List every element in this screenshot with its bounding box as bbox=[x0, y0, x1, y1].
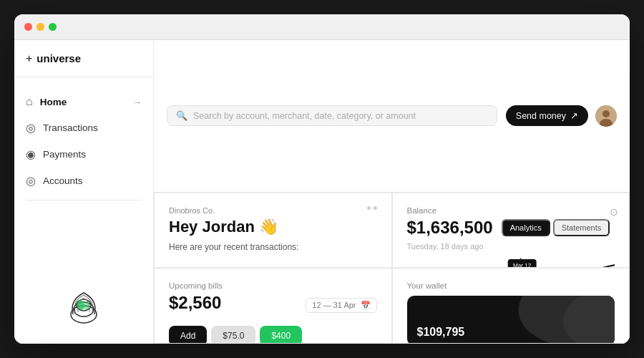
content-area: 🔍 Search by account, merchant, date, cat… bbox=[154, 40, 630, 344]
wallet-amount: $109,795 bbox=[417, 326, 605, 339]
avatar-image bbox=[595, 105, 617, 127]
sidebar-nav: ⌂ Home → ◎ Transactions ◉ Payments ◎ Acc… bbox=[14, 77, 153, 263]
shell-graphic bbox=[55, 275, 112, 332]
bills-date-text: 12 — 31 Apr bbox=[312, 301, 356, 309]
balance-card-header: Balance $1,636,500 Analytics Statements … bbox=[407, 206, 615, 258]
settings-icon[interactable]: ⊙ bbox=[610, 206, 618, 218]
payments-icon: ◉ bbox=[26, 147, 36, 161]
send-money-icon: ↗ bbox=[570, 110, 578, 121]
sidebar-divider bbox=[26, 200, 142, 200]
dot-1 bbox=[367, 206, 371, 210]
search-bar[interactable]: 🔍 Search by account, merchant, date, cat… bbox=[167, 105, 497, 126]
avatar[interactable] bbox=[595, 105, 617, 127]
sidebar-item-payments[interactable]: ◉ Payments bbox=[14, 141, 153, 168]
logo-icon: + bbox=[26, 52, 32, 65]
app-window: + universe ⌂ Home → ◎ Transactions ◉ Pay… bbox=[14, 14, 630, 344]
calendar-icon: 📅 bbox=[361, 301, 371, 310]
balance-amount: $1,636,500 bbox=[407, 218, 493, 238]
home-arrow-icon: → bbox=[132, 97, 142, 107]
maximize-button[interactable] bbox=[49, 23, 57, 31]
bills-date-range: 12 — 31 Apr 📅 bbox=[306, 298, 376, 313]
balance-label: Balance bbox=[407, 206, 610, 215]
svg-point-6 bbox=[602, 110, 610, 117]
bills-card: Upcoming bills $2,560 12 — 31 Apr 📅 Add … bbox=[154, 268, 392, 344]
wallet-card: Your wallet $109,795 bbox=[392, 268, 630, 344]
balance-left: Balance $1,636,500 Analytics Statements … bbox=[407, 206, 610, 258]
sidebar-item-label-home: Home bbox=[40, 97, 67, 107]
dot-2 bbox=[374, 206, 377, 210]
greeting-title: Hey Jordan 👋 bbox=[169, 218, 377, 236]
bills-amount-button-2[interactable]: $400 bbox=[260, 326, 302, 344]
sidebar-item-home[interactable]: ⌂ Home → bbox=[14, 89, 153, 115]
bills-amount-button-1[interactable]: $75.0 bbox=[211, 326, 255, 344]
bills-amount: $2,560 bbox=[169, 293, 221, 313]
tab-statements[interactable]: Statements bbox=[553, 219, 610, 236]
greeting-card: Dinobros Co. Hey Jordan 👋 Here are your … bbox=[154, 193, 392, 268]
sidebar-item-label-accounts: Accounts bbox=[43, 175, 83, 186]
tab-analytics[interactable]: Analytics bbox=[502, 219, 550, 236]
balance-tabs: Analytics Statements bbox=[502, 219, 610, 236]
send-money-button[interactable]: Send money ↗ bbox=[506, 105, 588, 126]
bills-buttons: Add $75.0 $400 bbox=[169, 326, 377, 344]
search-icon: 🔍 bbox=[176, 110, 187, 121]
close-button[interactable] bbox=[24, 23, 32, 31]
greeting-card-header: Dinobros Co. bbox=[169, 206, 377, 218]
title-bar bbox=[14, 14, 630, 40]
sidebar-item-label-payments: Payments bbox=[43, 149, 86, 160]
bills-label: Upcoming bills bbox=[169, 281, 377, 290]
transaction-list: Hold 🐵 Mailchimp -$350 Apr 03 ▲ Atlassia… bbox=[169, 262, 377, 268]
sidebar-item-accounts[interactable]: ◎ Accounts bbox=[14, 168, 153, 194]
search-placeholder: Search by account, merchant, date, categ… bbox=[193, 111, 488, 121]
sidebar-logo-area: + universe bbox=[14, 40, 154, 77]
bills-add-button[interactable]: Add bbox=[169, 326, 207, 344]
minimize-button[interactable] bbox=[36, 23, 44, 31]
greeting-subtitle: Here are your recent transactions: bbox=[169, 242, 377, 252]
header-actions: Send money ↗ bbox=[506, 105, 617, 127]
logo-text: universe bbox=[36, 52, 81, 64]
top-header: 🔍 Search by account, merchant, date, cat… bbox=[154, 40, 630, 193]
sidebar-item-label-transactions: Transactions bbox=[43, 122, 98, 133]
balance-date: Tuesday, 18 days ago bbox=[407, 242, 610, 251]
wallet-visual: $109,795 bbox=[407, 296, 615, 344]
accounts-icon: ◎ bbox=[26, 174, 36, 188]
chart-svg: Mar 12 bbox=[407, 258, 615, 268]
balance-card: Balance $1,636,500 Analytics Statements … bbox=[392, 193, 630, 268]
transactions-icon: ◎ bbox=[26, 121, 36, 135]
balance-row: $1,636,500 Analytics Statements bbox=[407, 218, 610, 238]
wallet-label: Your wallet bbox=[407, 281, 615, 290]
table-row: Hold 🐵 Mailchimp -$350 bbox=[169, 262, 377, 268]
logo: + universe bbox=[26, 52, 81, 65]
sidebar-bottom bbox=[14, 263, 153, 344]
svg-text:Mar 12: Mar 12 bbox=[512, 261, 531, 268]
company-name: Dinobros Co. bbox=[169, 206, 215, 215]
sidebar-item-transactions[interactable]: ◎ Transactions bbox=[14, 115, 153, 141]
sidebar: + universe ⌂ Home → ◎ Transactions ◉ Pay… bbox=[14, 40, 154, 344]
home-icon: ⌂ bbox=[26, 95, 33, 108]
balance-chart: Mar 12 bbox=[407, 258, 615, 268]
card-menu-dots[interactable] bbox=[367, 206, 377, 210]
main-layout: + universe ⌂ Home → ◎ Transactions ◉ Pay… bbox=[14, 40, 630, 344]
send-money-label: Send money bbox=[516, 111, 566, 121]
content-grid: Dinobros Co. Hey Jordan 👋 Here are your … bbox=[154, 193, 630, 344]
traffic-lights bbox=[24, 23, 57, 31]
